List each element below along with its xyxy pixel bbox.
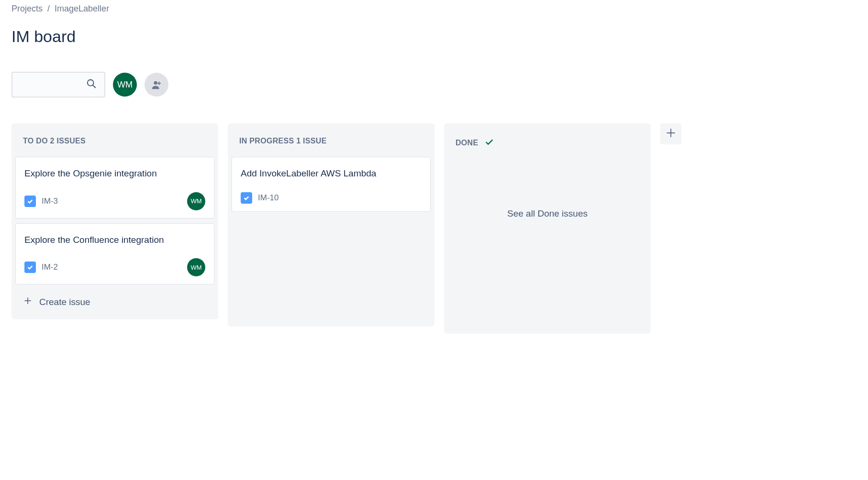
- issue-card[interactable]: Explore the Confluence integration IM-2 …: [15, 223, 214, 285]
- issue-key: IM-10: [258, 193, 278, 203]
- column-header-in-progress[interactable]: IN PROGRESS 1 ISSUE: [228, 123, 434, 157]
- issue-key: IM-2: [42, 262, 58, 272]
- issue-card[interactable]: Explore the Opsgenie integration IM-3 WM: [15, 157, 214, 218]
- column-in-progress: IN PROGRESS 1 ISSUE Add InvokeLabeller A…: [228, 123, 434, 327]
- breadcrumb-project-name[interactable]: ImageLabeller: [55, 4, 109, 14]
- issue-title: Add InvokeLabeller AWS Lambda: [241, 167, 422, 181]
- search-input[interactable]: [11, 72, 105, 98]
- column-header-todo[interactable]: TO DO 2 ISSUES: [11, 123, 218, 157]
- page-title: IM board: [11, 27, 857, 46]
- search-icon: [86, 78, 97, 91]
- column-done: DONE See all Done issues: [444, 123, 651, 334]
- avatar[interactable]: WM: [113, 73, 137, 97]
- add-people-button[interactable]: [145, 73, 168, 97]
- issue-card[interactable]: Add InvokeLabeller AWS Lambda IM-10: [232, 157, 431, 212]
- svg-point-2: [154, 81, 157, 85]
- kanban-board: TO DO 2 ISSUES Explore the Opsgenie inte…: [11, 123, 857, 334]
- board-toolbar: WM: [11, 72, 857, 98]
- column-header-done-label: DONE: [456, 139, 478, 147]
- issue-key: IM-3: [42, 196, 58, 206]
- assignee-avatar[interactable]: WM: [187, 258, 205, 276]
- task-type-icon: [24, 262, 36, 273]
- breadcrumb-projects[interactable]: Projects: [11, 4, 43, 14]
- task-type-icon: [24, 196, 36, 207]
- column-todo: TO DO 2 ISSUES Explore the Opsgenie inte…: [11, 123, 218, 319]
- see-all-done-link[interactable]: See all Done issues: [444, 161, 651, 334]
- task-type-icon: [241, 192, 252, 204]
- create-issue-label: Create issue: [39, 297, 90, 307]
- plus-icon: [665, 127, 677, 141]
- plus-icon: [23, 296, 33, 308]
- assignee-avatar[interactable]: WM: [187, 192, 205, 210]
- issue-title: Explore the Opsgenie integration: [24, 167, 205, 181]
- breadcrumb-separator: /: [47, 4, 50, 14]
- check-icon: [484, 137, 494, 149]
- svg-line-1: [93, 85, 96, 88]
- issue-title: Explore the Confluence integration: [24, 233, 205, 247]
- create-issue-button[interactable]: Create issue: [11, 289, 218, 319]
- add-column-button[interactable]: [660, 123, 681, 144]
- breadcrumb: Projects / ImageLabeller: [11, 0, 857, 14]
- column-header-done[interactable]: DONE: [444, 123, 651, 161]
